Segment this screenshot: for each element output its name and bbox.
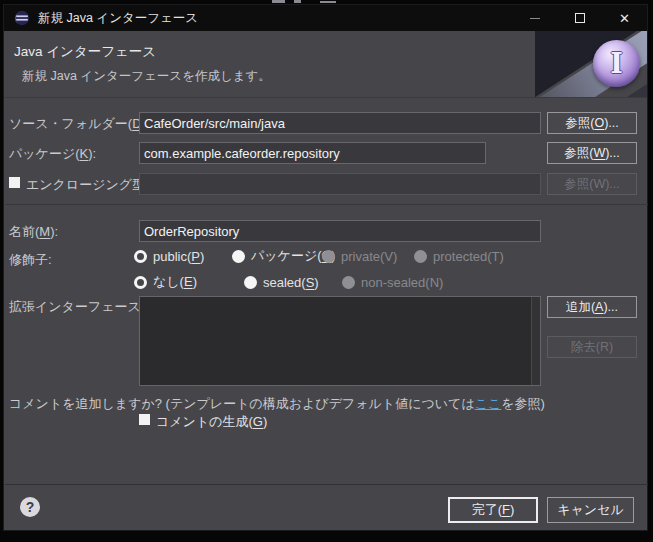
extended-interfaces-label: 拡張インターフェース(I): [9, 298, 157, 316]
enclosing-type-checkbox[interactable] [9, 177, 20, 188]
radio-protected: protected(T) [414, 248, 504, 264]
minimize-button[interactable] [512, 5, 557, 31]
help-button[interactable]: ? [20, 497, 40, 517]
radio-sealed[interactable]: sealed(S) [244, 274, 319, 290]
finish-button[interactable]: 完了(F) [448, 497, 538, 523]
footer-separator [5, 484, 648, 485]
radio-disabled-icon [342, 276, 355, 289]
radio-public[interactable]: public(P) [134, 248, 204, 264]
wizard-banner: Java インターフェース 新規 Java インターフェースを作成します。 I [4, 31, 647, 98]
interface-letter: I [610, 48, 623, 79]
source-folder-input[interactable] [139, 112, 541, 134]
name-label: 名前(M): [9, 223, 58, 241]
radio-selected-icon [134, 276, 147, 289]
radio-private: private(V) [322, 248, 397, 264]
close-icon: ✕ [619, 12, 630, 25]
minimize-icon [530, 18, 540, 19]
radio-disabled-icon [414, 250, 427, 263]
question-icon: ? [26, 499, 35, 515]
browse-source-folder-button[interactable]: 参照(O)... [547, 112, 637, 134]
source-folder-label: ソース・フォルダー(D): [9, 115, 150, 133]
eclipse-logo-icon [14, 10, 30, 26]
section-separator [5, 204, 648, 205]
generate-comments-checkbox[interactable] [139, 414, 150, 425]
extended-interfaces-list[interactable] [139, 296, 541, 386]
package-label: パッケージ(K): [9, 145, 96, 163]
radio-non-sealed: non-sealed(N) [342, 274, 443, 290]
wizard-title: Java インターフェース [14, 43, 156, 61]
generate-comments-label: コメントの生成(G) [156, 413, 267, 431]
radio-unselected-icon [244, 276, 257, 289]
comment-question: コメントを追加しますか? (テンプレートの構成およびデフォルト値についてはここを… [9, 395, 545, 413]
cancel-button[interactable]: キャンセル [547, 497, 634, 523]
add-interface-button[interactable]: 追加(A)... [547, 296, 637, 318]
interface-orb-icon: I [593, 40, 640, 87]
remove-interface-button: 除去(R) [547, 336, 637, 358]
enclosing-type-input [139, 173, 541, 195]
new-java-interface-dialog: 新規 Java インターフェース ✕ Java インターフェース 新規 Java… [3, 4, 648, 531]
window-title: 新規 Java インターフェース [38, 10, 198, 27]
maximize-icon [575, 13, 585, 23]
radio-selected-icon [134, 250, 147, 263]
name-input[interactable] [139, 220, 541, 242]
list-scrollbar [531, 297, 540, 385]
background-window-sliver [272, 0, 285, 3]
background-window-sliver [320, 1, 336, 3]
background-window-sliver [294, 0, 301, 3]
browse-enclosing-type-button: 参照(W)... [547, 173, 637, 195]
template-config-link[interactable]: ここ [475, 396, 502, 411]
wizard-description: 新規 Java インターフェースを作成します。 [22, 68, 271, 85]
close-button[interactable]: ✕ [602, 5, 647, 31]
title-bar: 新規 Java インターフェース ✕ [4, 5, 647, 31]
modifiers-label: 修飾子: [9, 251, 52, 269]
radio-disabled-icon [322, 250, 335, 263]
radio-none-sealed[interactable]: なし(E) [134, 274, 197, 290]
package-input[interactable] [139, 142, 486, 164]
radio-unselected-icon [232, 250, 245, 263]
radio-package[interactable]: パッケージ(C) [232, 248, 335, 264]
browse-package-button[interactable]: 参照(W)... [547, 142, 637, 164]
maximize-button[interactable] [557, 5, 602, 31]
banner-artwork: I [535, 31, 647, 98]
